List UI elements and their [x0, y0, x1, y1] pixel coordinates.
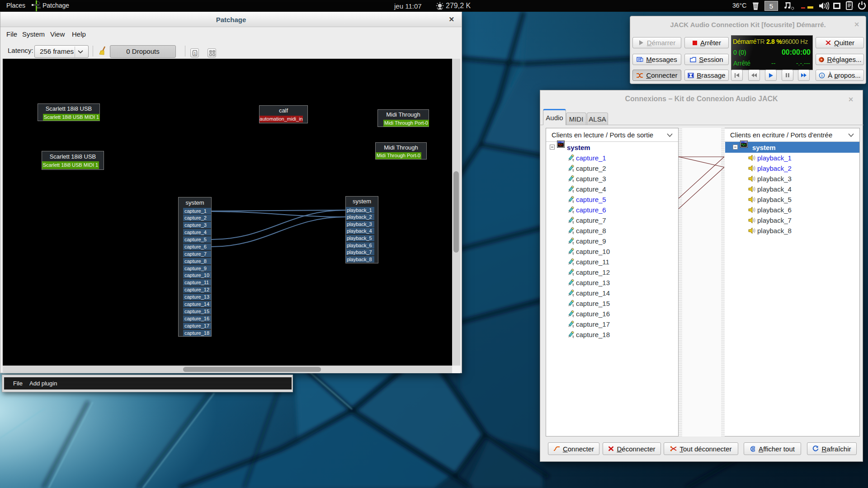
- svg-text:1: 1: [193, 51, 196, 56]
- svg-text:i: i: [821, 73, 823, 78]
